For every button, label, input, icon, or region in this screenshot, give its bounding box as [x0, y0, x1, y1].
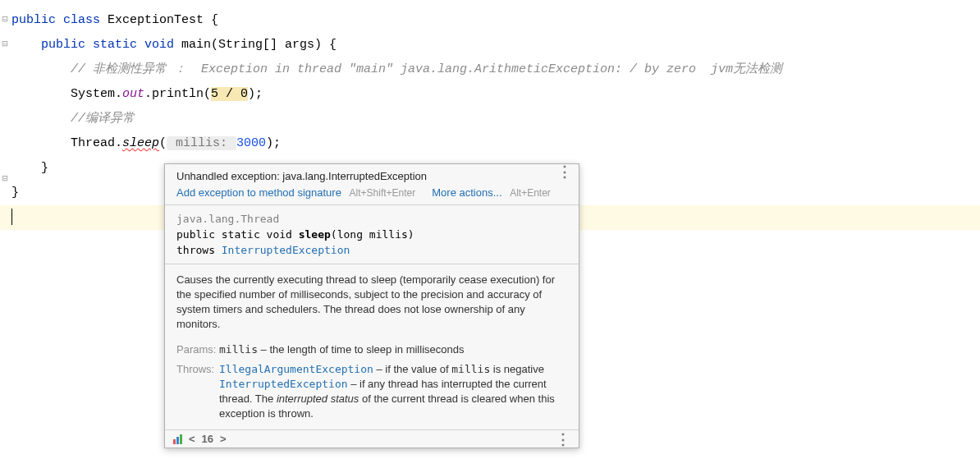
- code-line: public class ExceptionTest {: [11, 8, 980, 33]
- method-signature: public static void sleep(long millis): [176, 227, 567, 242]
- exception-link[interactable]: InterruptedException: [219, 378, 348, 390]
- code-line: public static void main(String[] args) {: [11, 33, 980, 57]
- popup-menu-icon[interactable]: ⋮: [557, 167, 572, 177]
- exception-link[interactable]: InterruptedException: [222, 244, 350, 256]
- params-section: Params:millis – the length of time to sl…: [165, 340, 579, 357]
- nav-prev[interactable]: <: [187, 433, 197, 445]
- throws-clause: throws InterruptedException: [176, 242, 567, 258]
- chart-icon[interactable]: [173, 434, 182, 444]
- signature-block: java.lang.Thread public static void slee…: [165, 205, 579, 264]
- popup-footer: < 16 > ⋮: [165, 429, 579, 448]
- footer-menu-icon[interactable]: ⋮: [556, 434, 570, 444]
- fold-marker[interactable]: ⊟: [0, 7, 10, 32]
- package-path: java.lang.Thread: [176, 211, 567, 227]
- code-line: Thread.sleep( millis: 3000);: [11, 131, 980, 156]
- nav-next[interactable]: >: [218, 433, 228, 445]
- shortcut-hint: Alt+Enter: [510, 187, 551, 199]
- code-line: //编译异常: [11, 107, 980, 131]
- overload-count: 16: [202, 433, 213, 445]
- code-line: // 非检测性异常 ： Exception in thread "main" j…: [11, 57, 980, 82]
- documentation-popup: Unhandled exception: java.lang.Interrupt…: [164, 163, 579, 448]
- throws-section: Throws: IllegalArgumentException – if th…: [165, 357, 579, 429]
- doc-description: Causes the currently executing thread to…: [165, 264, 579, 340]
- more-actions-link[interactable]: More actions...: [432, 186, 501, 199]
- popup-error-title: Unhandled exception: java.lang.Interrupt…: [176, 170, 567, 182]
- code-line: System.out.println(5 / 0);: [11, 82, 980, 107]
- fold-marker[interactable]: ⊟: [0, 167, 10, 191]
- shortcut-hint: Alt+Shift+Enter: [350, 187, 416, 199]
- fold-marker[interactable]: ⊟: [0, 32, 10, 57]
- add-exception-action[interactable]: Add exception to method signature: [176, 186, 341, 199]
- exception-link[interactable]: IllegalArgumentException: [219, 363, 373, 375]
